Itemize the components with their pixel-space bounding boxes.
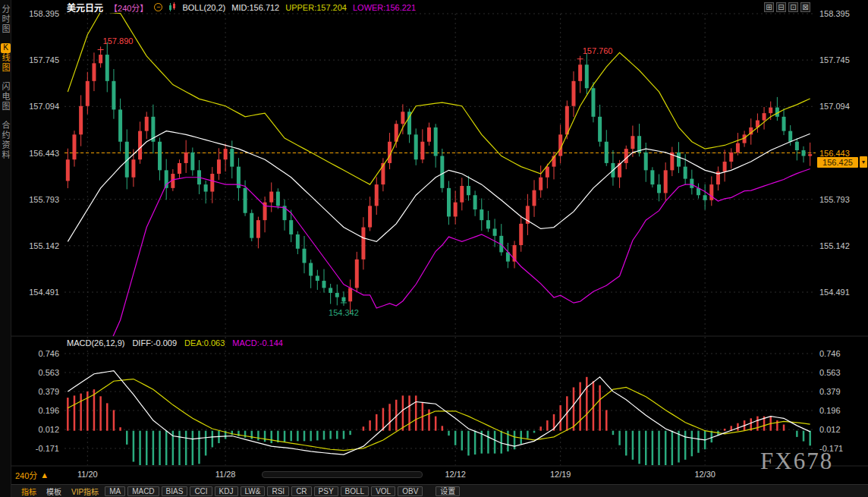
macd-dea-value: DEA:0.063: [184, 338, 225, 348]
boll-lower-value: LOWER:156.221: [353, 3, 416, 12]
axis-label: 0.563: [38, 368, 59, 377]
macd-bar-value: MACD:-0.144: [232, 338, 283, 348]
axis-label: 157.094: [819, 102, 850, 111]
axis-label: 11/28: [215, 470, 236, 479]
kline-badge: K: [1, 43, 11, 53]
add-panel-icon[interactable]: ⊞: [764, 2, 774, 12]
axis-label: 12/12: [445, 470, 466, 479]
axis-label: 0.196: [819, 406, 841, 415]
sidebar-item-1[interactable]: 分时图: [0, 5, 11, 34]
window-controls: ⊞⊟⊡⊠: [764, 2, 810, 12]
toolbar-tab-指标[interactable]: 指标: [17, 486, 40, 497]
period-toggle[interactable]: 240分 ▲: [15, 469, 49, 481]
sidebar-item-3[interactable]: 闪电图: [0, 82, 11, 112]
axis-label: 0.012: [819, 425, 841, 434]
price-scroll-marker[interactable]: ▼: [860, 156, 867, 168]
candle-icon: [168, 2, 176, 12]
axis-label: -0.171: [36, 444, 59, 453]
boll-mid-value: MID:156.712: [231, 3, 279, 12]
axis-label: 155.142: [29, 241, 59, 250]
axis-label: 157.094: [29, 102, 59, 111]
indicator-button-CCI[interactable]: CCI: [190, 486, 212, 496]
maximize-panel-icon[interactable]: ⊡: [788, 2, 798, 12]
axis-label: 11/20: [77, 470, 98, 479]
axis-label: 0.012: [38, 425, 59, 434]
axis-label: 0.746: [38, 349, 59, 358]
indicator-button-LW&[interactable]: LW&: [241, 486, 266, 496]
symbol-title: 美元日元: [67, 1, 103, 14]
watermark: FX678: [760, 448, 833, 475]
sidebar-item-2[interactable]: K线图: [0, 43, 11, 73]
indicator-button-PSY[interactable]: PSY: [314, 486, 338, 496]
axis-label: 154.491: [29, 288, 59, 297]
price-annotation: 157.890: [103, 36, 134, 46]
grid-layout-icon[interactable]: ⊟: [776, 2, 786, 12]
axis-label: 12/30: [694, 470, 715, 479]
indicator-button-MA[interactable]: MA: [105, 486, 125, 496]
indicator-button-BOLL[interactable]: BOLL: [341, 486, 370, 496]
indicator-button-VOL[interactable]: VOL: [371, 486, 395, 496]
left-sidebar: 分时图K线图闪电图合约资料: [0, 0, 11, 497]
sidebar-item-4[interactable]: 合约资料: [0, 121, 11, 160]
close-panel-icon[interactable]: ⊠: [800, 2, 810, 12]
settings-button[interactable]: 设置: [436, 486, 460, 496]
axis-label: 156.443: [819, 149, 850, 158]
macd-title[interactable]: MACD(26,12,9): [67, 338, 124, 348]
bottom-toolbar: 指标模板VIP指标MAMACDBIASCCIKDJLW&RSICRPSYBOLL…: [11, 484, 868, 497]
indicator-button-CR[interactable]: CR: [291, 486, 311, 496]
axis-label: 157.745: [819, 55, 850, 64]
macd-diff-value: DIFF:-0.009: [132, 338, 177, 348]
last-price-tag: 156.425: [817, 157, 858, 168]
toolbar-tab-VIP指标[interactable]: VIP指标: [68, 486, 102, 497]
boll-upper-value: UPPER:157.204: [285, 3, 347, 12]
axis-label: 156.443: [29, 149, 59, 158]
indicator-button-MACD[interactable]: MACD: [127, 486, 159, 496]
period-label: 240分: [15, 469, 37, 481]
macd-header: MACD(26,12,9) DIFF:-0.009 DEA:0.063 MACD…: [67, 338, 283, 348]
timeframe-menu-icon[interactable]: −: [154, 3, 162, 11]
chart-header: 美元日元 【240分】 − BOLL(20,2) MID:156.712 UPP…: [11, 0, 868, 14]
expand-icon: ▲: [40, 470, 49, 480]
axis-label: 155.142: [819, 241, 850, 250]
axis-label: 154.491: [819, 288, 850, 297]
indicator-button-BIAS[interactable]: BIAS: [162, 486, 188, 496]
trading-app: 分时图K线图闪电图合约资料 美元日元 【240分】 − BOLL(20,2) M…: [0, 0, 868, 497]
axis-label: 0.563: [819, 368, 841, 377]
toolbar-tab-模板[interactable]: 模板: [42, 486, 65, 497]
indicator-button-OBV[interactable]: OBV: [398, 486, 423, 496]
axis-label: 12/19: [550, 470, 571, 479]
price-annotation: 157.760: [583, 46, 613, 55]
chart-scrollbar[interactable]: [262, 471, 423, 478]
axis-label: 0.379: [38, 387, 59, 396]
timeframe-label[interactable]: 【240分】: [109, 2, 148, 14]
price-annotation: 154.342: [329, 308, 359, 317]
boll-label[interactable]: BOLL(20,2): [182, 3, 225, 12]
axis-label: 155.793: [29, 195, 59, 204]
axis-label: 155.793: [819, 195, 850, 204]
price-chart-canvas[interactable]: 157.890157.760154.342158.395158.395157.7…: [0, 0, 868, 497]
indicator-button-KDJ[interactable]: KDJ: [215, 486, 238, 496]
indicator-button-RSI[interactable]: RSI: [267, 486, 289, 496]
axis-label: 157.745: [29, 55, 59, 64]
axis-label: 0.746: [819, 349, 841, 358]
axis-label: 0.196: [38, 406, 59, 415]
axis-label: 0.379: [819, 387, 841, 396]
